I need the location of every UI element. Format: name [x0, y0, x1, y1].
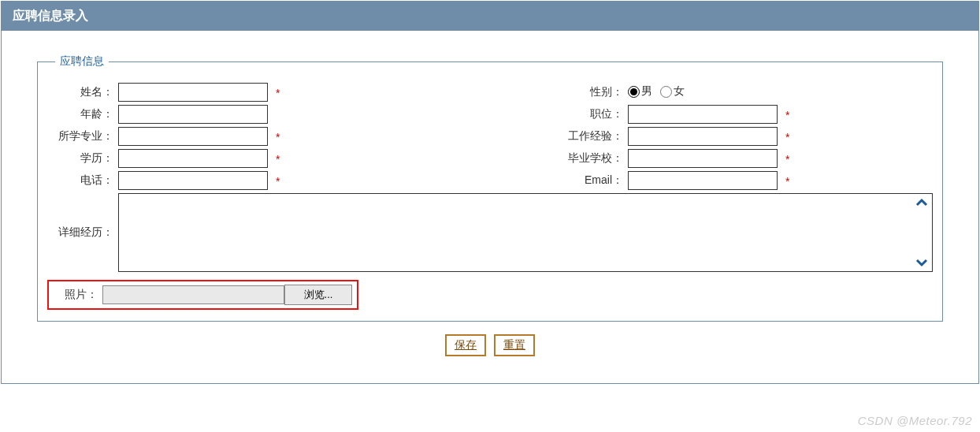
age-label: 年龄： [47, 105, 118, 124]
email-input[interactable] [628, 171, 778, 190]
photo-upload-row: 照片： 浏览... [47, 280, 358, 310]
name-label: 姓名： [47, 83, 118, 102]
watermark: CSDN @Meteor.792 [858, 414, 972, 427]
experience-label: 工作经验： [549, 127, 628, 146]
required-mark: * [276, 175, 280, 188]
detail-label: 详细经历： [47, 193, 118, 272]
name-input[interactable] [118, 83, 268, 102]
required-mark: * [276, 87, 280, 99]
form-legend: 应聘信息 [55, 54, 109, 69]
content-wrap: 应聘信息 姓名： * 性别： 男 [2, 31, 978, 367]
position-label: 职位： [549, 105, 628, 124]
required-mark: * [276, 131, 280, 143]
major-label: 所学专业： [47, 127, 118, 146]
page-title-bar: 应聘信息录入 [2, 2, 978, 31]
major-input[interactable] [118, 127, 268, 146]
experience-input[interactable] [628, 127, 778, 146]
required-mark: * [276, 153, 280, 166]
page-container: 应聘信息录入 应聘信息 姓名： * 性别： 男 [1, 1, 979, 384]
email-label: Email： [549, 171, 628, 190]
school-input[interactable] [628, 149, 778, 168]
required-mark: * [785, 131, 789, 143]
reset-button[interactable]: 重置 [494, 334, 535, 356]
photo-label: 照片： [54, 288, 102, 302]
phone-label: 电话： [47, 171, 118, 190]
save-button[interactable]: 保存 [445, 334, 486, 356]
education-input[interactable] [118, 149, 268, 168]
required-mark: * [785, 153, 789, 166]
button-bar: 保存 重置 [37, 322, 943, 359]
gender-radio-female[interactable] [660, 86, 672, 98]
phone-input[interactable] [118, 171, 268, 190]
page-title: 应聘信息录入 [13, 9, 88, 22]
required-mark: * [785, 175, 789, 188]
browse-button[interactable]: 浏览... [284, 285, 352, 305]
gender-label: 性别： [549, 83, 628, 102]
form-fieldset: 应聘信息 姓名： * 性别： 男 [37, 54, 943, 322]
required-mark: * [785, 109, 789, 121]
education-label: 学历： [47, 149, 118, 168]
gender-radio-male[interactable] [628, 86, 640, 98]
photo-path-display [102, 285, 284, 304]
age-input[interactable] [118, 105, 268, 124]
detail-textarea[interactable] [118, 193, 933, 272]
form-table: 姓名： * 性别： 男 女 [47, 80, 933, 313]
gender-option-female: 女 [674, 84, 685, 99]
position-input[interactable] [628, 105, 778, 124]
school-label: 毕业学校： [549, 149, 628, 168]
gender-option-male: 男 [641, 84, 652, 99]
